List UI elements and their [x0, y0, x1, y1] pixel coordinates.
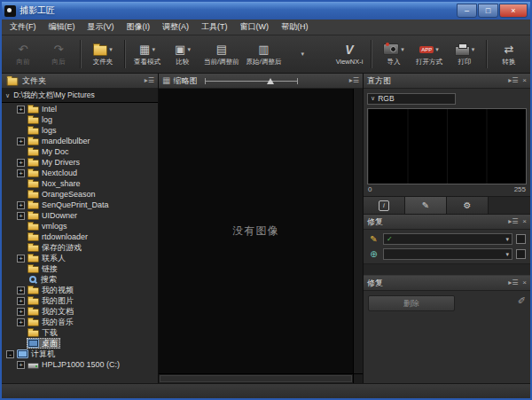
horizontal-scrollbar[interactable] — [159, 374, 353, 383]
tree-item[interactable]: logs — [2, 125, 158, 136]
slider-thumb[interactable] — [267, 78, 274, 84]
tree-item-content: log — [27, 114, 55, 125]
expand-icon[interactable]: + — [17, 318, 25, 326]
panel-menu-icon[interactable]: ▸☰ — [508, 77, 518, 84]
expand-icon[interactable]: + — [17, 361, 25, 369]
scrollbar-thumb[interactable] — [160, 375, 352, 382]
tree-item[interactable]: Nox_share — [2, 178, 158, 189]
tree-item[interactable]: log — [2, 114, 158, 125]
folder-path-dropdown[interactable]: ∨ D:\我的文档\My Pictures — [2, 89, 158, 103]
tab-edit[interactable]: ✎ — [405, 197, 447, 214]
panel-menu-icon[interactable]: ▸☰ — [145, 77, 154, 84]
import-button[interactable]: ▾ 导入 — [376, 36, 411, 72]
eyedropper-icon[interactable]: ✐ — [518, 295, 526, 307]
control-point-select[interactable]: ▾ — [383, 248, 512, 260]
thumbnails-canvas: 没有图像 — [159, 89, 353, 373]
expand-icon[interactable]: + — [17, 106, 25, 114]
menu-item-7[interactable]: 帮助(H) — [275, 21, 315, 33]
delete-button[interactable]: 删除 — [368, 295, 455, 311]
tree-item[interactable]: +我的图片 — [2, 295, 158, 306]
retouch-brush-icon[interactable]: ✎ — [368, 234, 379, 244]
tree-item[interactable]: 桌面 — [2, 338, 158, 349]
vertical-scrollbar[interactable] — [353, 89, 363, 373]
expand-icon[interactable]: + — [17, 255, 25, 263]
menu-item-5[interactable]: 工具(T) — [195, 21, 234, 33]
histogram-panel-title: 直方图 — [367, 75, 391, 87]
convert-icon: ⇄ — [505, 43, 514, 57]
tree-item[interactable]: +我的音乐 — [2, 317, 158, 327]
panel-close-icon[interactable]: × — [522, 77, 527, 84]
retouch-brush-select[interactable]: ✓ ▾ — [383, 233, 512, 245]
expand-icon[interactable]: + — [17, 137, 25, 145]
view-mode-label: 查看模式 — [134, 58, 160, 67]
grid-icon: ▦ — [139, 43, 150, 56]
menu-item-4[interactable]: 调整(A) — [156, 21, 195, 33]
tree-item[interactable]: OrangeSeason — [2, 189, 158, 200]
menu-item-3[interactable]: 图像(I) — [121, 21, 157, 33]
panel-close-icon[interactable]: × — [522, 218, 527, 225]
tab-info[interactable]: i — [364, 197, 405, 214]
collapse-icon[interactable]: - — [6, 350, 14, 358]
tree-item[interactable]: My Doc — [2, 146, 158, 157]
tree-item[interactable]: -计算机 — [2, 349, 158, 359]
retouch-brush-checkbox[interactable] — [516, 234, 526, 244]
expand-icon[interactable]: + — [17, 308, 25, 316]
channel-select[interactable]: ∨ RGB — [367, 93, 456, 105]
panel-menu-icon[interactable]: ▸☰ — [349, 77, 359, 84]
expand-icon[interactable]: + — [17, 201, 25, 209]
tree-item[interactable]: +Intel — [2, 104, 158, 114]
viewnx-button[interactable]: V ViewNX-i — [332, 36, 367, 72]
expand-icon[interactable]: + — [17, 297, 25, 305]
compare-button[interactable]: ▣▾ 比较 — [165, 36, 200, 72]
toolbar-separator — [486, 40, 488, 68]
folders-panel: 文件夹 ▸☰ ∨ D:\我的文档\My Pictures +Intelloglo… — [2, 74, 159, 383]
tree-item[interactable]: rtdownloader — [2, 231, 158, 242]
tree-item[interactable]: +My Drivers — [2, 157, 158, 168]
control-point-checkbox[interactable] — [516, 249, 526, 259]
tree-item[interactable]: +我的视频 — [2, 285, 158, 295]
expand-icon[interactable]: + — [17, 212, 25, 220]
menu-item-6[interactable]: 窗口(W) — [234, 21, 276, 33]
title-bar[interactable]: 捕影工匠 – □ × — [2, 2, 530, 20]
menu-item-2[interactable]: 显示(V) — [82, 21, 121, 33]
tree-item[interactable]: +我的文档 — [2, 306, 158, 317]
current-before-button[interactable]: ▤ 当前/调整前 — [200, 36, 243, 72]
tree-item[interactable]: +联系人 — [2, 253, 158, 263]
menu-item-1[interactable]: 编辑(E) — [43, 21, 82, 33]
maximize-button[interactable]: □ — [478, 4, 498, 18]
expand-icon[interactable]: + — [17, 159, 25, 167]
tree-item[interactable]: +Nextcloud — [2, 168, 158, 178]
panel-close-icon[interactable]: × — [522, 279, 527, 286]
tree-item[interactable]: 保存的游戏 — [2, 242, 158, 253]
panel-menu-icon[interactable]: ▸☰ — [508, 279, 518, 286]
tree-item[interactable]: 搜索 — [2, 274, 158, 285]
app-icon — [4, 5, 16, 17]
panel-menu-icon[interactable]: ▸☰ — [508, 218, 518, 225]
menu-item-0[interactable]: 文件(F) — [4, 21, 43, 33]
back-button[interactable]: ↶ 向前 — [5, 36, 41, 72]
tree-item[interactable]: +UIDowner — [2, 210, 158, 221]
tree-item[interactable]: 链接 — [2, 263, 158, 274]
control-point-icon[interactable]: ⊕ — [368, 249, 379, 259]
tree-item[interactable]: +HPLJP1000 1500 (C:) — [2, 359, 158, 370]
expand-icon[interactable]: + — [17, 286, 25, 294]
convert-button[interactable]: ⇄ 转换 — [491, 36, 527, 72]
tab-tools[interactable]: ⚙ — [447, 197, 489, 214]
view-options-dropdown-button[interactable]: ▾ — [285, 36, 320, 72]
original-after-button[interactable]: ▥ 原始/调整后 — [243, 36, 286, 72]
app-window: 捕影工匠 – □ × 文件(F)编辑(E)显示(V)图像(I)调整(A)工具(T… — [0, 0, 532, 400]
view-mode-button[interactable]: ▦▾ 查看模式 — [129, 36, 165, 72]
close-button[interactable]: × — [499, 4, 528, 18]
tree-item[interactable]: vmlogs — [2, 221, 158, 231]
thumbnail-size-slider[interactable] — [205, 76, 298, 86]
folder-button[interactable]: ▾ 文件夹 — [85, 36, 121, 72]
minimize-button[interactable]: – — [457, 4, 477, 18]
expand-icon[interactable]: + — [17, 169, 25, 177]
open-with-button[interactable]: APP▾ 打开方式 — [411, 36, 447, 72]
tree-item[interactable]: +SenQuePrint_Data — [2, 200, 158, 210]
print-button[interactable]: ▾ 打印 — [447, 36, 482, 72]
forward-button[interactable]: ↷ 向后 — [41, 36, 76, 72]
tree-item[interactable]: 下载 — [2, 327, 158, 338]
camera-import-icon — [383, 43, 399, 55]
tree-item[interactable]: +mandelbulber — [2, 136, 158, 146]
